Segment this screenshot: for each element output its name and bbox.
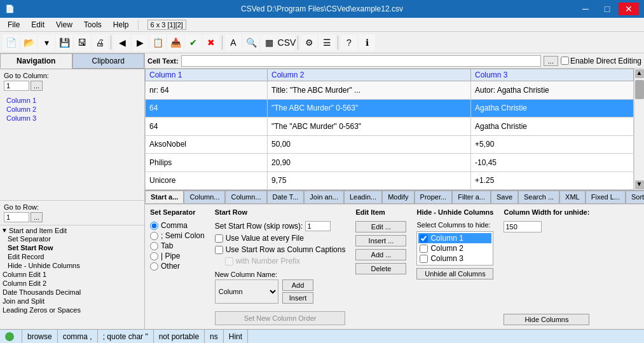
tab-column1[interactable]: Column... xyxy=(184,191,225,203)
save2-button[interactable]: 🖫 xyxy=(74,34,90,51)
add-column-btn[interactable]: Add xyxy=(282,279,314,291)
table-row[interactable]: nr: 64 Title: "The ABC Murder" ... Autor… xyxy=(146,81,634,100)
tab-xml[interactable]: XML xyxy=(559,191,586,203)
column-list-item[interactable]: Column 1 xyxy=(4,96,140,105)
close-button[interactable]: ✕ xyxy=(619,3,639,15)
table-row[interactable]: 64 "The ABC Murder" 0-563" Agatha Christ… xyxy=(146,99,634,118)
radio-pipe-input[interactable] xyxy=(150,252,158,260)
tree-edit-record[interactable]: Edit Record xyxy=(6,252,143,261)
open-dropdown[interactable]: ▾ xyxy=(38,34,55,51)
tree-column-edit-2[interactable]: Column Edit 2 xyxy=(1,279,143,288)
radio-pipe[interactable]: | Pipe xyxy=(150,252,205,260)
menu-tools[interactable]: Tools xyxy=(79,19,107,30)
with-number-prefix-row[interactable]: with Number Prefix xyxy=(215,257,346,266)
settings-button[interactable]: ⚙ xyxy=(301,34,317,51)
tab-clipboard[interactable]: Clipboard xyxy=(72,53,145,69)
goto-row-btn[interactable]: ... xyxy=(31,212,43,222)
paste-button[interactable]: 📥 xyxy=(167,34,184,51)
tab-save[interactable]: Save xyxy=(491,191,518,203)
table-row[interactable]: AksoNobel 50,00 +5,90 xyxy=(146,135,634,154)
forward-button[interactable]: ▶ xyxy=(132,34,148,51)
goto-row-input[interactable] xyxy=(4,212,29,222)
enable-direct-checkbox[interactable] xyxy=(561,57,569,65)
tab-filter[interactable]: Filter a... xyxy=(452,191,491,203)
print-button[interactable]: 🖨 xyxy=(92,34,108,51)
col-listbox-item-1[interactable]: Column 1 xyxy=(418,233,491,243)
tab-sort[interactable]: Sort xyxy=(626,191,644,203)
menu-view[interactable]: View xyxy=(51,19,78,30)
help-button[interactable]: ? xyxy=(341,34,357,51)
save-button[interactable]: 💾 xyxy=(56,34,72,51)
minimize-button[interactable]: ─ xyxy=(575,3,596,15)
menu-help[interactable]: Help xyxy=(108,19,134,30)
use-row-captions-checkbox[interactable] xyxy=(215,246,223,254)
tab-start[interactable]: Start a... xyxy=(145,191,184,203)
add-edit-btn[interactable]: Add ... xyxy=(355,249,406,260)
vertical-scrollbar[interactable]: ▲ ▼ xyxy=(634,69,644,190)
goto-column-btn[interactable]: ... xyxy=(31,81,43,91)
tab-fixed[interactable]: Fixed L... xyxy=(586,191,626,203)
new-col-select[interactable]: Column xyxy=(215,279,278,304)
table-row[interactable]: Unicore 9,75 +1.25 xyxy=(146,172,634,190)
col3-checkbox[interactable] xyxy=(420,255,428,263)
radio-comma[interactable]: Comma xyxy=(150,221,205,230)
insert-column-btn[interactable]: Insert xyxy=(282,292,314,304)
cell-text-btn[interactable]: ... xyxy=(544,56,558,66)
tree-set-separator[interactable]: Set Separator xyxy=(6,234,143,243)
csv-button[interactable]: CSV xyxy=(278,34,295,51)
tree-set-start-row[interactable]: Set Start Row xyxy=(6,243,143,252)
with-number-prefix-checkbox[interactable] xyxy=(225,257,233,266)
copy-button[interactable]: 📋 xyxy=(149,34,166,51)
col-listbox-item-2[interactable]: Column 2 xyxy=(418,243,491,253)
enable-direct-editing[interactable]: Enable Direct Editing xyxy=(561,57,641,65)
radio-other-input[interactable] xyxy=(150,262,158,271)
hide-cols-btn[interactable]: Hide Columns xyxy=(504,314,589,325)
use-row-captions-row[interactable]: Use Start Row as Column Captions xyxy=(215,245,346,254)
table-row[interactable]: 64 "The "ABC Murder" 0-563" Agatha Chris… xyxy=(146,118,634,136)
unhide-all-btn[interactable]: Unhide all Columns xyxy=(416,268,493,279)
use-value-checkbox-row[interactable]: Use Value at every File xyxy=(215,234,346,243)
column-list-item[interactable]: Column 3 xyxy=(4,114,140,123)
scroll-thumb[interactable] xyxy=(635,80,644,99)
radio-tab-input[interactable] xyxy=(150,242,158,250)
insert-edit-btn[interactable]: Insert ... xyxy=(355,235,406,246)
radio-tab[interactable]: Tab xyxy=(150,241,205,250)
tab-modify[interactable]: Modify xyxy=(382,191,414,203)
tree-date-thousands[interactable]: Date Thousands Decimal xyxy=(1,288,143,297)
new-button[interactable]: 📄 xyxy=(3,34,19,51)
font-button[interactable]: A xyxy=(225,34,242,51)
tab-leading[interactable]: Leadin... xyxy=(344,191,382,203)
goto-column-input[interactable] xyxy=(4,81,29,91)
tree-leading-zeros[interactable]: Leading Zeros or Spaces xyxy=(1,306,143,314)
scroll-down-btn[interactable]: ▼ xyxy=(635,180,644,189)
tab-search[interactable]: Search ... xyxy=(518,191,559,203)
delete-btn[interactable]: Delete xyxy=(355,263,406,274)
column-list-item[interactable]: Column 2 xyxy=(4,105,140,114)
start-row-input[interactable] xyxy=(305,221,331,231)
menu-file[interactable]: File xyxy=(3,19,25,30)
tree-start-item-edit[interactable]: ▼ Start and Item Edit xyxy=(1,227,143,234)
tab-join[interactable]: Join an... xyxy=(304,191,344,203)
open-button[interactable]: 📂 xyxy=(20,34,37,51)
menu-edit[interactable]: Edit xyxy=(26,19,50,30)
col1-checkbox[interactable] xyxy=(420,234,428,243)
back-button[interactable]: ◀ xyxy=(114,34,130,51)
col2-checkbox[interactable] xyxy=(420,245,428,253)
grid-button[interactable]: ▦ xyxy=(261,34,277,51)
search-toolbar-button[interactable]: 🔍 xyxy=(243,34,259,51)
list-button[interactable]: ☰ xyxy=(319,34,335,51)
table-row[interactable]: Philips 20,90 -10,45 xyxy=(146,154,634,172)
col-width-input[interactable] xyxy=(504,221,542,232)
radio-other[interactable]: Other xyxy=(150,262,205,271)
set-col-order-btn[interactable]: Set New Column Order xyxy=(215,311,346,325)
tree-column-edit-1[interactable]: Column Edit 1 xyxy=(1,270,143,279)
use-value-checkbox[interactable] xyxy=(215,234,223,243)
check-button[interactable]: ✔ xyxy=(185,34,202,51)
cell-text-input[interactable] xyxy=(181,55,541,67)
delete-button[interactable]: ✖ xyxy=(203,34,219,51)
tree-join-split[interactable]: Join and Split xyxy=(1,297,143,306)
maximize-button[interactable]: □ xyxy=(597,3,617,15)
scroll-up-btn[interactable]: ▲ xyxy=(635,69,644,78)
tab-date[interactable]: Date T... xyxy=(267,191,305,203)
tab-navigation[interactable]: Navigation xyxy=(0,53,72,69)
